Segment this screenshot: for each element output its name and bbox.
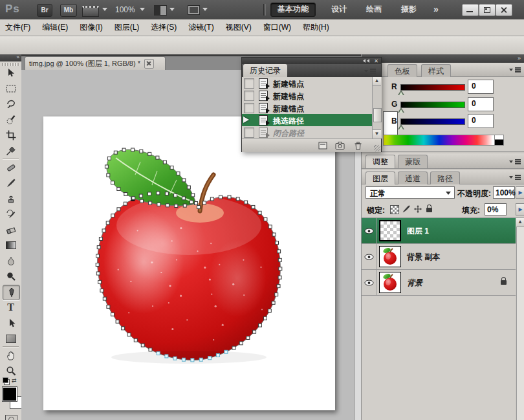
path-anchor[interactable]	[166, 204, 169, 207]
restore-button[interactable]	[479, 4, 496, 16]
delete-state-button[interactable]	[353, 141, 362, 150]
tab-channels[interactable]: 通道	[398, 171, 428, 185]
color-spectrum-ramp[interactable]	[383, 135, 496, 146]
tab-paths[interactable]: 路径	[430, 171, 460, 185]
visibility-toggle[interactable]	[362, 218, 377, 243]
quick-mask-button[interactable]	[5, 415, 17, 420]
menu-window[interactable]: 窗口(W)	[263, 22, 291, 33]
path-anchor[interactable]	[156, 156, 159, 159]
path-anchor[interactable]	[224, 350, 228, 353]
path-anchor[interactable]	[131, 148, 135, 151]
menu-file[interactable]: 文件(F)	[5, 22, 30, 33]
menu-edit[interactable]: 编辑(E)	[42, 22, 68, 33]
layer-thumbnail[interactable]	[379, 272, 401, 293]
clone-stamp-tool[interactable]	[3, 192, 19, 206]
fill-spinner[interactable]: ▸	[516, 203, 524, 216]
path-anchor[interactable]	[124, 193, 127, 196]
rectangular-marquee-tool[interactable]	[3, 82, 19, 96]
path-anchor[interactable]	[157, 203, 160, 206]
collapse-panel-icon[interactable]	[363, 59, 366, 63]
path-anchor[interactable]	[202, 201, 206, 204]
path-anchor[interactable]	[182, 358, 185, 361]
path-anchor[interactable]	[177, 172, 180, 175]
path-anchor[interactable]	[139, 194, 142, 197]
history-source-checkbox[interactable]	[244, 91, 254, 101]
eraser-tool[interactable]	[3, 223, 19, 237]
arrange-documents-icon[interactable]	[154, 5, 167, 16]
lock-transparency-icon[interactable]	[390, 205, 399, 214]
path-anchor[interactable]	[124, 202, 127, 205]
gradient-tool[interactable]	[3, 238, 19, 252]
path-anchor[interactable]	[117, 188, 120, 191]
menu-select[interactable]: 选择(S)	[151, 22, 177, 33]
lock-position-icon[interactable]	[413, 204, 422, 216]
path-anchor[interactable]	[210, 197, 213, 201]
menu-help[interactable]: 帮助(H)	[303, 22, 329, 33]
path-selection-tool[interactable]	[3, 316, 19, 330]
path-anchor[interactable]	[182, 179, 186, 182]
eyedropper-tool[interactable]	[3, 144, 19, 158]
path-anchor[interactable]	[275, 293, 278, 296]
path-anchor[interactable]	[106, 221, 109, 225]
path-anchor[interactable]	[140, 199, 144, 203]
path-anchor[interactable]	[253, 330, 256, 333]
green-slider-thumb[interactable]	[398, 107, 404, 113]
path-anchor[interactable]	[197, 206, 201, 209]
path-anchor[interactable]	[258, 211, 261, 214]
path-anchor[interactable]	[191, 193, 195, 197]
blend-mode-dropdown[interactable]: 正常	[366, 186, 455, 199]
workspace-tab-photo[interactable]: 摄影	[395, 3, 423, 16]
hand-tool[interactable]	[3, 348, 19, 362]
tab-styles[interactable]: 样式	[421, 64, 451, 78]
workspace-overflow-chevrons[interactable]: »	[427, 3, 445, 16]
scroll-up-icon[interactable]: ▲	[373, 77, 381, 86]
swap-colors-icon[interactable]: ⇄	[3, 377, 19, 386]
history-brush-tool[interactable]	[3, 207, 19, 221]
path-anchor[interactable]	[278, 250, 281, 253]
arrange-documents-dropdown-icon[interactable]	[169, 8, 175, 11]
rectangle-tool[interactable]	[3, 331, 19, 346]
history-item[interactable]: 新建锚点	[242, 89, 372, 102]
menu-layer[interactable]: 图层(L)	[115, 22, 140, 33]
path-anchor[interactable]	[272, 301, 275, 304]
path-anchor[interactable]	[100, 289, 104, 292]
menu-filter[interactable]: 滤镜(T)	[188, 22, 213, 33]
path-anchor[interactable]	[114, 151, 117, 154]
scrollbar-thumb[interactable]	[373, 108, 382, 122]
workspace-tab-design[interactable]: 设计	[325, 3, 353, 16]
minimize-button[interactable]	[462, 4, 479, 16]
path-anchor[interactable]	[99, 238, 102, 241]
new-snapshot-button[interactable]	[334, 141, 345, 150]
history-tab[interactable]: 历史记录	[243, 64, 287, 77]
quick-selection-tool[interactable]	[3, 113, 19, 127]
history-item[interactable]: 新建锚点	[242, 77, 372, 90]
color-panel-menu-icon[interactable]	[509, 66, 521, 74]
history-scrollbar[interactable]: ▲ ▼	[372, 77, 382, 138]
layers-scrollbar[interactable]: ▲	[516, 218, 524, 420]
path-anchor[interactable]	[228, 195, 231, 199]
scroll-down-icon[interactable]: ▼	[373, 129, 381, 138]
path-anchor[interactable]	[148, 152, 151, 155]
foreground-background-swatches[interactable]	[3, 387, 21, 413]
path-anchor[interactable]	[278, 258, 281, 261]
path-anchor[interactable]	[111, 313, 115, 316]
history-item[interactable]: 新建锚点	[242, 102, 372, 115]
move-tool[interactable]	[3, 66, 19, 80]
scroll-up-icon[interactable]: ▲	[516, 218, 524, 227]
path-anchor[interactable]	[208, 357, 212, 360]
path-anchor[interactable]	[278, 276, 281, 279]
path-anchor[interactable]	[127, 333, 131, 336]
menu-image[interactable]: 图像(I)	[80, 22, 102, 33]
path-anchor[interactable]	[140, 149, 143, 153]
panel-resize-grip[interactable]	[374, 145, 380, 151]
fill-value-box[interactable]: 0%	[485, 203, 507, 216]
path-anchor[interactable]	[103, 297, 106, 300]
path-anchor[interactable]	[107, 173, 110, 177]
path-anchor[interactable]	[239, 342, 243, 345]
layer-row-3[interactable]: 背景	[362, 270, 516, 296]
blue-value-box[interactable]: 0	[468, 114, 494, 128]
opacity-value-box[interactable]: 100%	[493, 186, 515, 199]
path-anchor[interactable]	[132, 197, 135, 200]
path-anchor[interactable]	[232, 346, 235, 349]
path-anchor[interactable]	[96, 254, 100, 258]
